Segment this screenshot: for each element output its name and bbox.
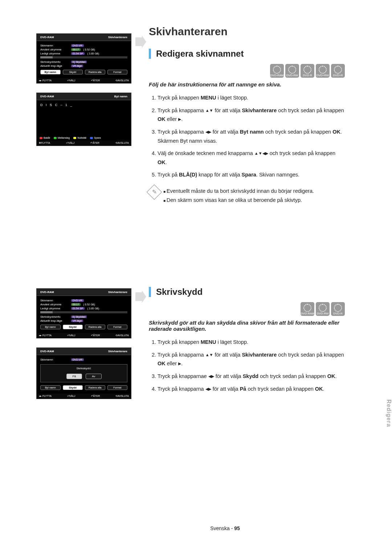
disc-icon: DVD+R (331, 64, 345, 78)
osd-popup-title: Skrivskydd: (41, 365, 127, 374)
step: Tryck på knapparna ▲▼ för att välja Skiv… (158, 350, 345, 368)
step: Tryck på knappen MENU i läget Stopp. (158, 93, 345, 102)
arrow-icon (135, 290, 146, 303)
note-block: ✎ Eventuellt måste du ta bort skrivskydd… (149, 187, 345, 204)
osd-rename-screen: DVD-RAM Byt namn D I S C – 1 _ Bakåt Mel… (36, 93, 131, 146)
page-title: Skivhanteraren (149, 25, 345, 38)
osd-btn-format: Format (107, 70, 128, 74)
arrow-icon (135, 36, 146, 48)
osd-disc-manager: DVD-RAM Skivhanterare SkivnamnDVD-VR Anv… (36, 33, 131, 84)
step: Tryck på knapparnae ◀▶ för att välja Sky… (158, 372, 345, 381)
osd-color-buttons: Bakåt Mellanslag Nollställ Spara (37, 135, 131, 141)
disc-icon: DVD-R (301, 64, 314, 78)
disc-icon: DVD-RAM (270, 64, 284, 78)
step: Välj de önskade tecknen med knapparna ▲▼… (158, 149, 345, 167)
step: Tryck på knapparna ◀▶ för att välja Byt … (158, 127, 345, 145)
note-icon: ✎ (147, 184, 162, 200)
disc-icon: DVD-RAM (301, 302, 314, 316)
disc-compat-icons: DVD-RAM DVD-RW DVD-R (149, 302, 345, 316)
osd-disc-manager-protect: DVD-RAM Skivhanterare SkivnamnDVD-VR Anv… (36, 288, 131, 338)
section-protect-title: Skrivskydd (149, 287, 345, 297)
section-rename-title: Redigera skivnamnet (149, 49, 345, 59)
step: Tryck på BLÅ(D) knapp för att välja Spar… (158, 170, 345, 179)
osd-btn-erase: Radera alla (85, 70, 105, 74)
disc-icon: DVD-RW (316, 302, 330, 316)
disc-compat-icons: DVD-RAM DVD-RW DVD-R DVD+RW DVD+R (149, 64, 345, 78)
page-footer: Svenska - 95 (29, 525, 392, 531)
osd-popup-off: Av (86, 374, 101, 379)
step: Tryck på knapparna ▲▼ för att välja Skiv… (158, 106, 345, 124)
osd-btn-protect: Skydd (63, 70, 83, 74)
disc-icon: DVD+RW (316, 64, 330, 78)
note-item: Eventuellt måste du ta bort skrivskydd i… (163, 187, 345, 196)
osd-protect-popup: DVD-RAM Skivhanterare SkivnamnDVD-VR Skr… (36, 347, 131, 399)
osd-header-left: DVD-RAM (40, 36, 54, 39)
step: Tryck på knappen MENU i läget Stopp. (158, 338, 345, 347)
section-protect-intro: Skrivskydd gör att du kan skydda dina sk… (149, 320, 345, 332)
side-tab: Redigera (385, 399, 392, 427)
osd-btn-rename: Byt namn (40, 70, 61, 74)
osd-popup-on: På (66, 374, 82, 379)
disc-icon: DVD-R (331, 302, 345, 316)
rename-steps: Tryck på knappen MENU i läget Stopp. Try… (149, 93, 345, 179)
disc-icon: DVD-RW (285, 64, 299, 78)
section-rename-intro: Följ de här instruktionerna för att namn… (149, 81, 345, 88)
osd-disc-name-input: D I S C – 1 _ (37, 100, 131, 110)
note-item: Den skärm som visas kan se olika ut bero… (163, 196, 345, 205)
osd-navbar: ◂▸ FLYTTA ⏎VÄLJ ↶ÅTER ⟲AVSLUTA (37, 78, 131, 83)
osd-header-right: Skivhanterare (108, 36, 127, 39)
step: Tryck på knapparna ◀▶ för att välja På o… (158, 385, 345, 394)
protect-steps: Tryck på knappen MENU i läget Stopp. Try… (149, 338, 345, 393)
